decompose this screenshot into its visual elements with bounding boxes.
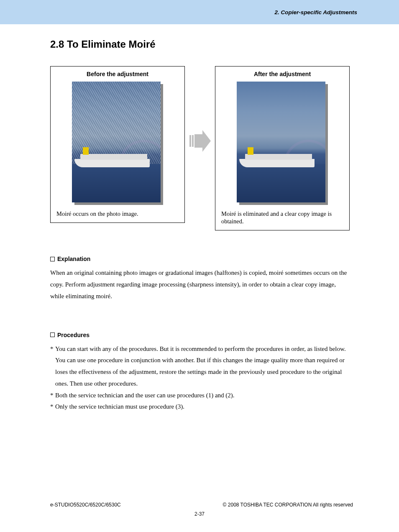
procedure-note: *Both the service technician and the use…	[50, 390, 351, 402]
svg-rect-0	[189, 135, 191, 147]
before-caption: Moiré occurs on the photo image.	[56, 210, 179, 217]
before-image	[72, 82, 163, 205]
page-footer: e-STUDIO5520C/6520C/6530C © 2008 TOSHIBA…	[50, 502, 353, 508]
after-panel: After the adjustment Moiré is eliminated…	[215, 66, 350, 230]
section-title: 2.8 To Eliminate Moiré	[50, 38, 351, 50]
page-number: 2-37	[0, 511, 399, 517]
procedures-section: Procedures *You can start with any of th…	[50, 332, 351, 413]
procedures-heading: Procedures	[57, 332, 90, 338]
arrow-icon	[185, 66, 215, 215]
chapter-label: 2. Copier-specific Adjustments	[274, 9, 357, 15]
before-panel: Before the adjustment Moiré occurs on th…	[50, 66, 185, 223]
page-content: 2.8 To Eliminate Moiré Before the adjust…	[0, 24, 399, 413]
before-heading: Before the adjustment	[87, 71, 148, 77]
svg-rect-1	[192, 135, 194, 147]
procedure-note: *Only the service technician must use pr…	[50, 401, 351, 413]
footer-model: e-STUDIO5520C/6520C/6530C	[50, 502, 121, 508]
comparison-row: Before the adjustment Moiré occurs on th…	[50, 66, 351, 230]
header-banner: 2. Copier-specific Adjustments	[0, 0, 399, 24]
footer-copyright: © 2008 TOSHIBA TEC CORPORATION All right…	[223, 502, 353, 508]
ship-photo-clear-icon	[237, 82, 325, 202]
after-heading: After the adjustment	[254, 71, 311, 77]
after-image	[237, 82, 328, 205]
explanation-heading: Explanation	[57, 256, 90, 262]
after-caption: Moiré is eliminated and a clear copy ima…	[221, 210, 343, 225]
bullet-square-icon	[50, 257, 55, 261]
procedure-note: *You can start with any of the procedure…	[50, 343, 351, 390]
ship-photo-with-moire-icon	[72, 82, 161, 202]
explanation-body: When an original containing photo images…	[50, 267, 351, 302]
explanation-section: Explanation When an original containing …	[50, 256, 351, 302]
bullet-square-icon	[50, 332, 55, 337]
